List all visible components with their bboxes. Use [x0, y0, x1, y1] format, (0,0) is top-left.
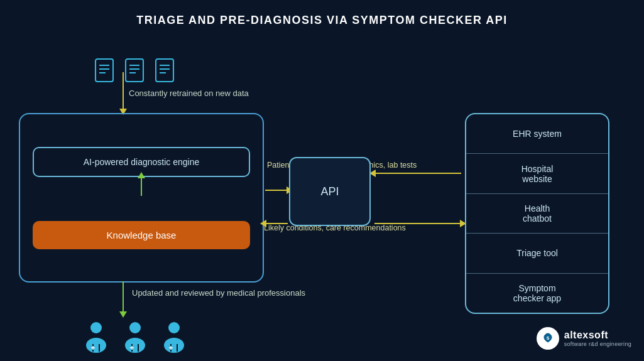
altexsoft-icon: s — [537, 327, 559, 350]
svg-point-24 — [168, 322, 180, 333]
right-services-box: EHR system Hospitalwebsite Healthchatbot… — [465, 113, 609, 314]
altexsoft-name: altexsoft — [564, 330, 631, 341]
right-box-symptom: Symptomchecker app — [466, 274, 608, 313]
right-box-triage: Triage tool — [466, 234, 608, 273]
arrow-right-to-api — [374, 173, 461, 174]
retrained-label: Constantly retrained on new data — [129, 88, 249, 99]
svg-rect-4 — [126, 59, 143, 82]
updated-label: Updated and reviewed by medical professi… — [132, 288, 305, 299]
left-main-box: AI-powered diagnostic engine Knowledge b… — [19, 113, 264, 283]
page-title: TRIAGE AND PRE-DIAGNOSIS VIA SYMPTOM CHE… — [0, 0, 644, 33]
document-icons — [94, 57, 177, 84]
svg-point-18 — [129, 322, 141, 333]
altexsoft-sub: software r&d engineering — [564, 341, 631, 347]
arrow-box-to-doctors — [123, 281, 124, 313]
svg-point-12 — [90, 322, 102, 333]
arrow-api-to-right — [374, 223, 461, 224]
right-box-chatbot: Healthchatbot — [466, 194, 608, 234]
arrow-kb-to-ai — [141, 177, 142, 196]
svg-text:s: s — [546, 335, 549, 341]
doc-icon-3 — [155, 57, 177, 84]
svg-rect-0 — [96, 59, 113, 82]
svg-point-13 — [86, 338, 106, 353]
svg-point-25 — [164, 338, 184, 353]
right-box-hospital: Hospitalwebsite — [466, 154, 608, 193]
altexsoft-logo: s altexsoft software r&d engineering — [537, 327, 631, 350]
svg-rect-8 — [156, 59, 173, 82]
knowledge-base-box: Knowledge base — [33, 221, 250, 249]
arrow-docs-to-box — [123, 72, 124, 110]
doctor-icons — [82, 320, 188, 354]
doctor-icon-2 — [121, 320, 150, 354]
svg-point-19 — [125, 338, 145, 353]
doctor-icon-3 — [160, 320, 188, 354]
arrow-api-to-box-bottom — [265, 223, 288, 224]
altexsoft-svg-icon: s — [541, 331, 555, 345]
arrow-box-to-api-top — [265, 190, 288, 191]
doc-icon-2 — [124, 57, 147, 84]
doctor-icon-1 — [82, 320, 111, 354]
altexsoft-text-block: altexsoft software r&d engineering — [564, 330, 631, 347]
api-box: API — [289, 157, 371, 226]
diagram-area: Constantly retrained on new data AI-powe… — [0, 38, 644, 352]
doc-icon-1 — [94, 57, 117, 84]
right-box-ehr: EHR system — [466, 114, 608, 154]
